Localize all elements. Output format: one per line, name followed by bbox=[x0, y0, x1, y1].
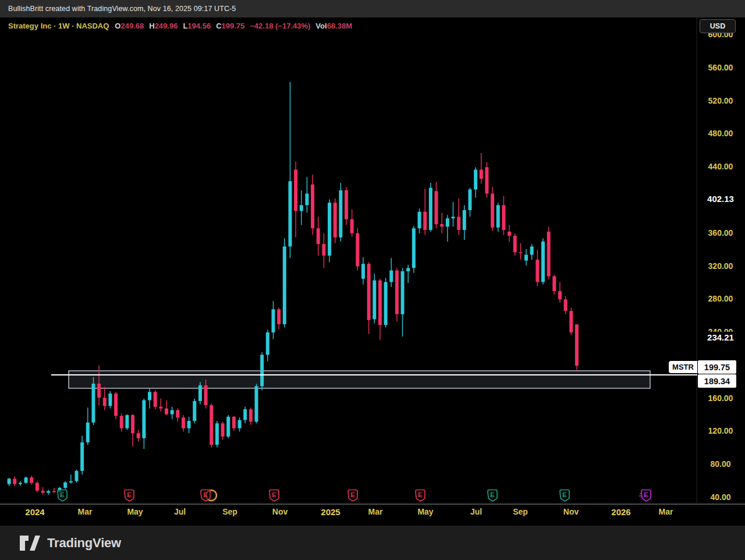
time-axis-month-label[interactable]: Sep bbox=[513, 507, 528, 516]
volume-label: Vol bbox=[315, 22, 327, 30]
candle-body bbox=[120, 416, 123, 428]
tradingview-wordmark[interactable]: TradingView bbox=[47, 536, 121, 551]
time-axis-month-label[interactable]: Nov bbox=[272, 507, 288, 516]
low-value: 194.56 bbox=[187, 22, 211, 30]
candle-body bbox=[148, 392, 151, 400]
earnings-badge-letter: E bbox=[562, 491, 566, 498]
candle-body bbox=[496, 205, 500, 227]
candle-body bbox=[294, 169, 297, 211]
candle-body bbox=[552, 277, 556, 292]
candle-body bbox=[221, 423, 225, 437]
price-tick-label: 120.00 bbox=[697, 426, 744, 435]
candle-body bbox=[446, 218, 449, 226]
candle-body bbox=[63, 483, 67, 488]
candle-body bbox=[108, 394, 112, 406]
candle-body bbox=[513, 236, 517, 252]
candle-body bbox=[159, 407, 162, 409]
candle-body bbox=[30, 477, 33, 483]
symbol-title[interactable]: Strategy Inc · 1W · NASDAQ bbox=[8, 22, 109, 30]
candle-body bbox=[429, 188, 432, 230]
time-axis-year-label[interactable]: 2026 bbox=[611, 507, 630, 517]
candle-body bbox=[423, 212, 427, 230]
candle-body bbox=[508, 232, 511, 236]
candle-body bbox=[339, 190, 342, 238]
candle-body bbox=[440, 224, 444, 226]
candle-body bbox=[288, 181, 292, 246]
candle-body bbox=[249, 409, 253, 421]
candle-body bbox=[435, 191, 438, 224]
candle-body bbox=[142, 400, 146, 438]
candle-body bbox=[502, 205, 505, 230]
price-tick-label: 520.00 bbox=[697, 96, 744, 105]
candle-body bbox=[243, 409, 247, 420]
candle-body bbox=[463, 210, 466, 230]
candle-body bbox=[334, 203, 337, 238]
support-zone-rectangle[interactable] bbox=[69, 371, 650, 388]
time-axis-month-label[interactable]: Mar bbox=[368, 507, 383, 516]
candle-body bbox=[564, 299, 567, 311]
candle-body bbox=[210, 405, 213, 445]
candle-body bbox=[171, 410, 174, 414]
candle-body bbox=[350, 219, 354, 233]
tradingview-chart-window: BullishBritt created with TradingView.co… bbox=[0, 0, 745, 560]
price-tick-label: 80.00 bbox=[697, 459, 744, 469]
candle-body bbox=[74, 471, 78, 481]
price-tick-label: 440.00 bbox=[697, 162, 744, 171]
symbol-legend[interactable]: Strategy Inc · 1W · NASDAQ O 249.68 H 24… bbox=[8, 22, 357, 30]
candle-body bbox=[491, 194, 494, 228]
price-tick-label: 480.00 bbox=[697, 129, 744, 138]
candle-body bbox=[97, 384, 101, 398]
candle-body bbox=[412, 228, 416, 268]
candle-body bbox=[198, 385, 202, 401]
marked-price-label: 234.21 bbox=[698, 332, 743, 343]
time-axis-month-label[interactable]: Sep bbox=[222, 507, 237, 516]
time-axis-month-label[interactable]: Mar bbox=[659, 507, 673, 516]
open-label: O bbox=[115, 22, 120, 30]
time-axis-year-label[interactable]: 2025 bbox=[321, 507, 340, 517]
candle-body bbox=[232, 417, 236, 428]
candle-body bbox=[401, 271, 405, 314]
candle-body bbox=[367, 264, 371, 320]
time-axis-month-label[interactable]: Mar bbox=[78, 507, 93, 516]
candle-body bbox=[41, 491, 45, 493]
change-value: −42.18 (−17.43%) bbox=[250, 22, 310, 30]
candle-body bbox=[13, 479, 16, 484]
time-axis-month-label[interactable]: May bbox=[417, 507, 433, 516]
time-axis-month-label[interactable]: Jul bbox=[174, 507, 186, 516]
earnings-badge-letter: E bbox=[60, 491, 64, 498]
candle-body bbox=[8, 479, 11, 484]
candle-body bbox=[125, 415, 129, 428]
candle-body bbox=[300, 205, 303, 211]
candle-body bbox=[154, 392, 157, 407]
candle-body bbox=[176, 410, 179, 418]
line-price-label: 189.34 bbox=[698, 374, 736, 388]
time-axis-month-label[interactable]: Jul bbox=[470, 507, 482, 516]
low-label: L bbox=[183, 22, 187, 30]
candle-body bbox=[52, 491, 56, 492]
candle-body bbox=[86, 423, 90, 442]
symbol-price-tag: MSTR bbox=[669, 361, 697, 373]
close-value: 199.75 bbox=[222, 22, 245, 30]
time-axis-year-label[interactable]: 2024 bbox=[25, 507, 44, 517]
candle-body bbox=[103, 398, 107, 406]
time-axis-month-label[interactable]: Nov bbox=[563, 507, 579, 516]
earnings-badge-letter: E bbox=[418, 491, 422, 498]
candlestick-chart-canvas[interactable]: EEEEEEEEE bbox=[0, 0, 745, 560]
candle-body bbox=[322, 244, 325, 256]
tradingview-logo-icon[interactable] bbox=[19, 535, 40, 551]
candle-body bbox=[452, 217, 455, 218]
candle-body bbox=[182, 417, 185, 428]
candle-body bbox=[558, 291, 562, 299]
current-price-label: 199.75 bbox=[698, 360, 736, 374]
volume-value: 68.38M bbox=[327, 22, 352, 30]
candle-body bbox=[69, 481, 73, 483]
candle-body bbox=[277, 309, 281, 324]
time-axis-month-label[interactable]: May bbox=[127, 507, 143, 516]
candle-body bbox=[311, 185, 314, 228]
candle-body bbox=[356, 233, 359, 267]
price-tick-label: 360.00 bbox=[697, 228, 744, 238]
candle-body bbox=[384, 282, 388, 325]
candle-body bbox=[266, 332, 269, 355]
candle-body bbox=[541, 242, 545, 282]
currency-toggle-button[interactable]: USD bbox=[700, 19, 736, 33]
